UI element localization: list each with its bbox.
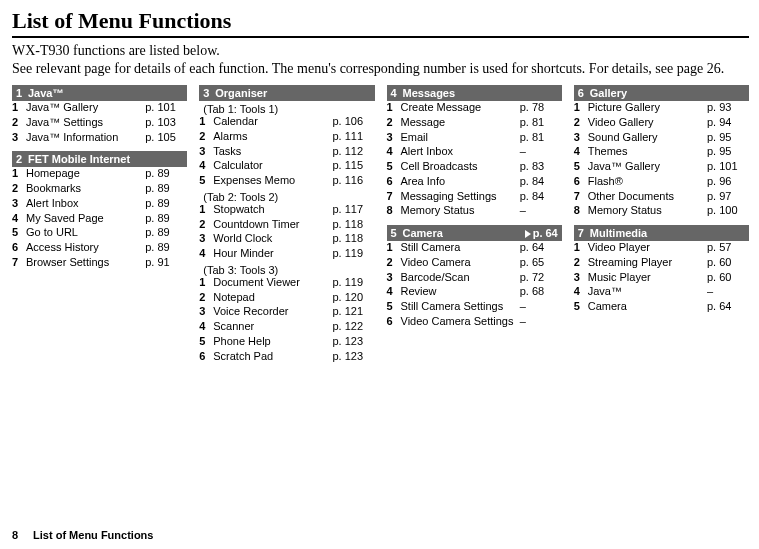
section-multimedia: 7 Multimedia 1Video Playerp. 572Streamin… <box>574 225 749 315</box>
section-header: 2 FET Mobile Internet <box>12 151 187 167</box>
item-page: p. 89 <box>145 212 187 226</box>
item-list: 1Picture Galleryp. 932Video Galleryp. 94… <box>574 101 749 219</box>
item-page: p. 64 <box>707 300 749 314</box>
list-item: 2Alarmsp. 111 <box>199 130 374 145</box>
list-item: 5Still Camera Settings– <box>387 300 562 315</box>
list-item: 4Alert Inbox– <box>387 145 562 160</box>
item-title: Scratch Pad <box>213 350 332 364</box>
section-camera: 5 Camera p. 64 1Still Camerap. 642Video … <box>387 225 562 330</box>
item-number: 5 <box>199 174 213 188</box>
item-number: 1 <box>12 167 26 181</box>
section-messages: 4 Messages 1Create Messagep. 782Messagep… <box>387 85 562 219</box>
item-page: p. 78 <box>520 101 562 115</box>
section-header: 6 Gallery <box>574 85 749 101</box>
item-number: 5 <box>199 335 213 349</box>
section-number: 6 <box>574 87 588 99</box>
item-title: Java™ Gallery <box>26 101 145 115</box>
list-item: 3Alert Inboxp. 89 <box>12 197 187 212</box>
item-page: p. 119 <box>333 276 375 290</box>
item-page: p. 123 <box>333 335 375 349</box>
list-item: 5Expenses Memop. 116 <box>199 174 374 189</box>
item-number: 8 <box>574 204 588 218</box>
item-page: p. 89 <box>145 241 187 255</box>
item-list: 1Homepagep. 892Bookmarksp. 893Alert Inbo… <box>12 167 187 270</box>
list-item: 5Camerap. 64 <box>574 300 749 315</box>
item-number: 4 <box>199 320 213 334</box>
item-number: 5 <box>574 160 588 174</box>
item-page: p. 118 <box>333 232 375 246</box>
item-page: p. 84 <box>520 175 562 189</box>
list-item: 4Hour Minderp. 119 <box>199 247 374 262</box>
section-number: 4 <box>387 87 401 99</box>
item-number: 2 <box>12 182 26 196</box>
item-page: – <box>520 300 562 314</box>
section-title: Messages <box>401 87 558 99</box>
section-title: Organiser <box>213 87 370 99</box>
section-number: 2 <box>12 153 26 165</box>
item-number: 7 <box>12 256 26 270</box>
list-item: 5Go to URLp. 89 <box>12 226 187 241</box>
item-number: 4 <box>574 285 588 299</box>
item-page: p. 119 <box>333 247 375 261</box>
list-item: 4Themesp. 95 <box>574 145 749 160</box>
list-item: 6Access Historyp. 89 <box>12 241 187 256</box>
item-number: 2 <box>387 116 401 130</box>
list-item: 1Picture Galleryp. 93 <box>574 101 749 116</box>
page-footer: 8 List of Menu Functions <box>12 529 153 541</box>
list-item: 4Calculatorp. 115 <box>199 159 374 174</box>
item-page: p. 105 <box>145 131 187 145</box>
item-title: Document Viewer <box>213 276 332 290</box>
item-title: Alarms <box>213 130 332 144</box>
item-number: 5 <box>574 300 588 314</box>
list-item: 6Flash®p. 96 <box>574 175 749 190</box>
item-page: p. 97 <box>707 190 749 204</box>
item-title: Notepad <box>213 291 332 305</box>
page-title: List of Menu Functions <box>12 8 749 38</box>
list-item: 3Barcode/Scanp. 72 <box>387 271 562 286</box>
item-number: 6 <box>199 350 213 364</box>
list-item: 2Notepadp. 120 <box>199 291 374 306</box>
section-title: Gallery <box>588 87 745 99</box>
item-title: Go to URL <box>26 226 145 240</box>
item-title: Cell Broadcasts <box>401 160 520 174</box>
item-title: Countdown Timer <box>213 218 332 232</box>
item-number: 3 <box>12 197 26 211</box>
tab-label: (Tab 2: Tools 2) <box>203 191 374 203</box>
item-number: 3 <box>387 271 401 285</box>
item-page: p. 89 <box>145 197 187 211</box>
item-number: 2 <box>12 116 26 130</box>
section-fet: 2 FET Mobile Internet 1Homepagep. 892Boo… <box>12 151 187 270</box>
list-item: 5Cell Broadcastsp. 83 <box>387 160 562 175</box>
item-title: Java™ Settings <box>26 116 145 130</box>
item-number: 1 <box>387 241 401 255</box>
list-item: 2Video Galleryp. 94 <box>574 116 749 131</box>
item-page: p. 93 <box>707 101 749 115</box>
section-java: 1 Java™ 1Java™ Galleryp. 1012Java™ Setti… <box>12 85 187 145</box>
item-page: p. 64 <box>520 241 562 255</box>
list-item: 1Document Viewerp. 119 <box>199 276 374 291</box>
item-page: p. 118 <box>333 218 375 232</box>
list-item: 4Java™– <box>574 285 749 300</box>
list-item: 4Reviewp. 68 <box>387 285 562 300</box>
item-page: p. 81 <box>520 131 562 145</box>
item-number: 3 <box>199 305 213 319</box>
item-page: – <box>520 204 562 218</box>
list-item: 3Sound Galleryp. 95 <box>574 131 749 146</box>
item-title: Video Camera Settings <box>401 315 520 329</box>
item-title: Streaming Player <box>588 256 707 270</box>
intro-2: See relevant page for details of each fu… <box>12 60 749 78</box>
list-item: 7Messaging Settingsp. 84 <box>387 190 562 205</box>
section-title: FET Mobile Internet <box>26 153 183 165</box>
item-list: 1Calendarp. 1062Alarmsp. 1113Tasksp. 112… <box>199 115 374 189</box>
item-number: 6 <box>574 175 588 189</box>
item-title: Memory Status <box>588 204 707 218</box>
item-title: Area Info <box>401 175 520 189</box>
item-number: 2 <box>199 291 213 305</box>
list-item: 5Phone Helpp. 123 <box>199 335 374 350</box>
item-title: Picture Gallery <box>588 101 707 115</box>
list-item: 7Browser Settingsp. 91 <box>12 256 187 271</box>
item-title: Review <box>401 285 520 299</box>
list-item: 2Streaming Playerp. 60 <box>574 256 749 271</box>
item-title: Music Player <box>588 271 707 285</box>
item-page: p. 65 <box>520 256 562 270</box>
